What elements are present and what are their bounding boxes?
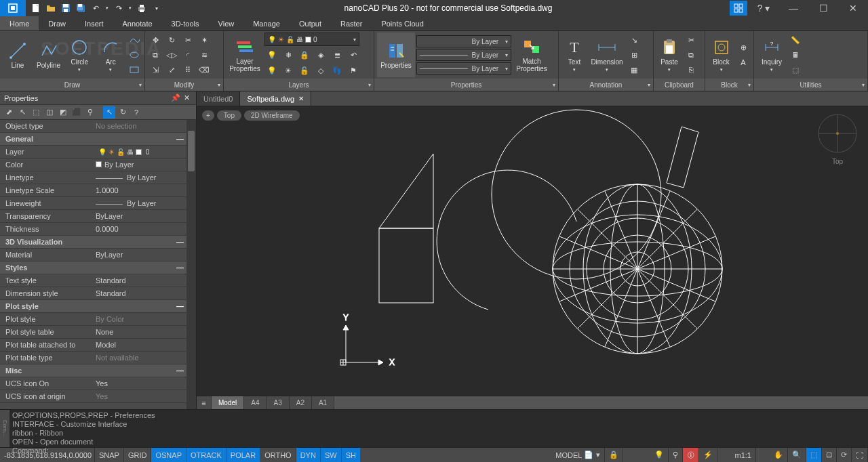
menu-insert[interactable]: Insert [75,16,113,30]
layout-tab-a2[interactable]: A2 [290,396,312,409]
doc-tab[interactable]: Softpedia.dwg✕ [240,91,311,106]
linetype-bylayer-combo[interactable]: By Layer [416,49,511,61]
layout-tab-a3[interactable]: A3 [267,396,289,409]
lineweight-bylayer-combo[interactable]: By Layer [416,62,511,75]
layer-match-icon[interactable]: ≣ [330,48,344,62]
prop-row[interactable]: UCS icon at originYes [0,390,196,403]
fillet-icon[interactable]: ◜ [180,48,195,62]
ribbon-clipboard-label[interactable]: Clipboard [654,79,705,91]
layer-thaw-icon[interactable]: ☀ [281,64,296,77]
drawing-canvas[interactable]: + Top 2D Wireframe Top [197,106,868,396]
redo-icon[interactable]: ↷ [113,2,125,14]
layout-tab-a4[interactable]: A4 [244,396,267,409]
array-icon[interactable]: ⠿ [180,63,195,77]
ribbon-draw-label[interactable]: Draw▾ [0,79,144,91]
scale-icon[interactable]: ⤢ [164,63,179,77]
menu-manage[interactable]: Manage [243,16,290,30]
dimension-tool[interactable]: Dimension▾ [589,33,625,77]
print-icon[interactable] [136,2,148,14]
menu-home[interactable]: Home [0,16,39,30]
prop-row[interactable]: LineweightBy Layer [0,197,196,210]
layer-iso-icon[interactable]: ◈ [313,48,328,62]
prop-row[interactable]: TransparencyByLayer [0,210,196,223]
copy-clip-icon[interactable]: ⧉ [684,48,698,62]
color-bylayer-combo[interactable]: By Layer [416,35,511,47]
app-icon[interactable] [0,0,26,16]
text-tool[interactable]: TText▾ [561,33,587,77]
prop-row[interactable]: Linetype Scale1.0000 [0,184,196,197]
undo-icon[interactable]: ↶ [90,2,102,14]
menu-view[interactable]: View [209,16,244,30]
prop-row[interactable]: Object typeNo selection [0,120,196,133]
inquiry-tool[interactable]: ?Inquiry▾ [757,33,787,77]
toggle-value-icon[interactable]: ↖ [103,106,115,119]
mirror-icon[interactable]: ◁▷ [164,48,179,62]
filter2-icon[interactable]: ◫ [43,106,56,119]
help-button[interactable]: ? ▾ [749,0,778,16]
minimize-button[interactable]: — [778,0,808,16]
maximize-button[interactable]: ☐ [808,0,838,16]
leader-icon[interactable]: ↘ [627,33,642,47]
pin-icon[interactable]: 📌 [170,93,181,102]
close-tab-icon[interactable]: ✕ [298,95,304,102]
tabs-scroll-icon[interactable]: ≡ [197,396,212,409]
prop-row[interactable]: UCS icon OnYes [0,377,196,390]
arc-tool[interactable]: Arc▾ [96,33,125,77]
ellipse-icon[interactable] [127,48,142,62]
stretch-icon[interactable]: ⇲ [148,63,163,77]
block-tool[interactable]: Block▾ [708,33,734,77]
layer-lock-icon[interactable]: 🔒 [297,48,312,62]
prop-row[interactable]: MaterialByLayer [0,249,196,261]
copy-base-icon[interactable]: ⎘ [684,63,698,77]
prop-row[interactable]: Plot style tableNone [0,326,196,339]
cut-icon[interactable]: ✂ [684,33,698,47]
qat-drop-icon[interactable]: ▾ [151,2,163,14]
doc-tab[interactable]: Untitled0 [197,91,240,106]
menu-output[interactable]: Output [290,16,331,30]
prop-row[interactable]: ColorBy Layer [0,159,196,171]
props-scrollbar[interactable] [186,120,196,409]
prop-section[interactable]: General— [0,133,196,146]
hatch-icon[interactable]: ▦ [627,63,642,77]
prop-section[interactable]: Styles— [0,261,196,274]
spline-icon[interactable] [127,33,142,47]
prop-row[interactable]: Text styleStandard [0,274,196,287]
filter1-icon[interactable]: ⬚ [30,106,42,119]
menu-annotate[interactable]: Annotate [113,16,162,30]
prop-section[interactable]: Misc— [0,364,196,377]
command-line[interactable]: Com… OP,OPTIONS,PROPS,PREP - Preferences… [0,409,868,447]
layer-state-icon[interactable]: ⚑ [346,64,361,77]
menu-points-cloud[interactable]: Points Cloud [372,16,433,30]
properties-button[interactable]: Properties [377,33,415,77]
ribbon-annotation-label[interactable]: Annotation▾ [559,79,653,91]
layout-tab-model[interactable]: Model [212,396,244,409]
calc-icon[interactable]: 🖩 [788,48,803,62]
new-file-icon[interactable] [30,2,42,14]
prop-section[interactable]: 3D Visualization— [0,236,196,249]
copy-icon[interactable]: ⧉ [148,48,163,62]
filter4-icon[interactable]: ⬛ [71,106,83,119]
prop-row[interactable]: Plot table attached toModel [0,339,196,352]
layer-combo[interactable]: 💡☀🔓🖶0▾ [264,33,359,46]
circle-tool[interactable]: Circle▾ [65,33,95,77]
rect-icon[interactable] [127,63,142,77]
prop-row[interactable]: Plot table typeNot available [0,352,196,364]
qselect-icon[interactable]: ⚲ [84,106,96,119]
match-properties-button[interactable]: Match Properties [513,33,551,77]
layer-freeze-icon[interactable]: ❄ [281,48,296,62]
layer-prev-icon[interactable]: ↶ [346,48,361,62]
rotate-icon[interactable]: ↻ [164,33,179,47]
refresh-icon[interactable]: ↻ [117,106,129,119]
prop-row[interactable]: Layer💡☀🔓🖶 0 [0,146,196,159]
close-panel-icon[interactable]: ✕ [181,93,192,102]
pick-add-icon[interactable]: ⬈ [3,106,15,119]
properties-header[interactable]: Properties 📌 ✕ [0,91,196,105]
erase-icon[interactable]: ⌫ [197,63,212,77]
redo-drop-icon[interactable]: ▾ [127,2,133,14]
open-folder-icon[interactable] [45,2,57,14]
close-button[interactable]: ✕ [838,0,868,16]
layer-properties-button[interactable]: Layer Properties [226,33,263,77]
paste-button[interactable]: Paste▾ [656,33,682,77]
tile-button[interactable] [730,1,747,16]
polyline-tool[interactable]: Polyline [34,33,64,77]
